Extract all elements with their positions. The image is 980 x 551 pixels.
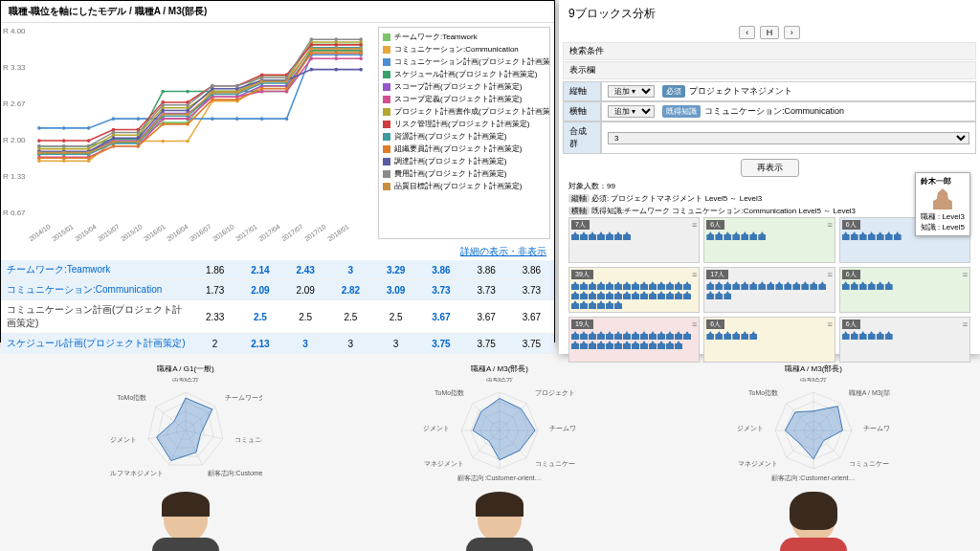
- person-icon[interactable]: [885, 331, 893, 340]
- person-icon[interactable]: [606, 331, 613, 340]
- person-icon[interactable]: [580, 291, 588, 299]
- person-icon[interactable]: [842, 231, 850, 240]
- box-menu-icon[interactable]: ≡: [963, 320, 968, 329]
- person-icon[interactable]: [724, 291, 731, 299]
- legend-item[interactable]: 品質目標計画(プロジェクト計画策定): [383, 181, 546, 191]
- home-button[interactable]: H: [760, 26, 780, 39]
- person-icon[interactable]: [683, 331, 691, 340]
- person-icon[interactable]: [589, 341, 596, 349]
- person-icon[interactable]: [706, 231, 714, 240]
- person-icon[interactable]: [715, 331, 723, 340]
- person-icon[interactable]: [732, 331, 740, 340]
- person-icon[interactable]: [640, 341, 648, 349]
- person-icon[interactable]: [894, 231, 902, 240]
- person-icon[interactable]: [784, 281, 791, 290]
- person-icon[interactable]: [675, 281, 682, 290]
- legend-item[interactable]: コミュニケーション計画(プロジェクト計画策定): [383, 56, 546, 67]
- person-icon[interactable]: [657, 331, 665, 340]
- person-icon[interactable]: [732, 281, 740, 290]
- person-icon[interactable]: [706, 281, 714, 290]
- person-icon[interactable]: [758, 281, 766, 290]
- person-icon[interactable]: [606, 281, 613, 290]
- person-icon[interactable]: [571, 341, 579, 349]
- legend-item[interactable]: コミュニケーション:Communication: [383, 44, 546, 55]
- search-criteria-bar[interactable]: 検索条件: [563, 42, 976, 60]
- box-menu-icon[interactable]: ≡: [827, 270, 832, 279]
- person-icon[interactable]: [614, 341, 622, 349]
- person-icon[interactable]: [649, 291, 657, 299]
- person-icon[interactable]: [801, 281, 809, 290]
- v-axis-add-select[interactable]: 追加 ▾: [608, 85, 655, 98]
- nine-box-cell[interactable]: 19人≡: [568, 317, 700, 363]
- person-icon[interactable]: [741, 281, 748, 290]
- person-icon[interactable]: [606, 291, 613, 299]
- person-icon[interactable]: [640, 291, 648, 299]
- legend-item[interactable]: リスク管理計画(プロジェクト計画策定): [383, 119, 546, 129]
- prev-button[interactable]: ‹: [739, 26, 755, 39]
- person-icon[interactable]: [614, 291, 622, 299]
- person-icon[interactable]: [571, 291, 579, 299]
- person-icon[interactable]: [623, 291, 631, 299]
- person-icon[interactable]: [623, 281, 631, 290]
- person-icon[interactable]: [623, 231, 631, 240]
- person-icon[interactable]: [885, 281, 893, 290]
- person-icon[interactable]: [623, 341, 631, 349]
- person-icon[interactable]: [859, 231, 867, 240]
- person-icon[interactable]: [715, 291, 723, 299]
- person-icon[interactable]: [640, 331, 648, 340]
- person-icon[interactable]: [868, 231, 876, 240]
- person-icon[interactable]: [632, 281, 639, 290]
- person-icon[interactable]: [606, 231, 613, 240]
- legend-item[interactable]: 組織要員計画(プロジェクト計画策定): [383, 143, 546, 154]
- person-icon[interactable]: [614, 281, 622, 290]
- person-icon[interactable]: [580, 341, 588, 349]
- chart-plot[interactable]: R 4.00R 3.33R 2.67R 2.00R 1.33R 0.67 201…: [1, 23, 374, 243]
- person-icon[interactable]: [597, 291, 605, 299]
- box-menu-icon[interactable]: ≡: [692, 320, 697, 329]
- person-icon[interactable]: [767, 281, 774, 290]
- legend-item[interactable]: スケジュール計画(プロジェクト計画策定): [383, 69, 546, 79]
- person-icon[interactable]: [741, 331, 748, 340]
- box-menu-icon[interactable]: ≡: [692, 270, 697, 279]
- person-icon[interactable]: [683, 291, 691, 299]
- person-icon[interactable]: [877, 281, 884, 290]
- person-icon[interactable]: [877, 231, 884, 240]
- legend-item[interactable]: 資源計画(プロジェクト計画策定): [383, 131, 546, 142]
- nine-box-cell[interactable]: 6人≡: [839, 267, 970, 313]
- person-icon[interactable]: [571, 281, 579, 290]
- person-icon[interactable]: [589, 231, 596, 240]
- person-icon[interactable]: [666, 281, 674, 290]
- legend-item[interactable]: 調達計画(プロジェクト計画策定): [383, 156, 546, 166]
- person-icon[interactable]: [706, 291, 714, 299]
- person-icon[interactable]: [749, 281, 757, 290]
- person-icon[interactable]: [597, 300, 605, 309]
- nine-box-cell[interactable]: 6人≡: [839, 317, 970, 363]
- nine-box-cell[interactable]: 39人≡: [568, 267, 700, 313]
- person-icon[interactable]: [589, 281, 596, 290]
- person-icon[interactable]: [675, 341, 682, 349]
- redisplay-button[interactable]: 再表示: [741, 159, 799, 177]
- person-icon[interactable]: [589, 300, 596, 309]
- person-icon[interactable]: [614, 300, 622, 309]
- person-icon[interactable]: [649, 331, 657, 340]
- person-icon[interactable]: [597, 331, 605, 340]
- nine-box-cell[interactable]: 17人≡: [703, 267, 835, 313]
- person-icon[interactable]: [580, 331, 588, 340]
- box-menu-icon[interactable]: ≡: [827, 320, 832, 329]
- person-icon[interactable]: [851, 331, 858, 340]
- person-icon[interactable]: [632, 291, 639, 299]
- person-icon[interactable]: [792, 281, 800, 290]
- person-icon[interactable]: [810, 281, 817, 290]
- box-menu-icon[interactable]: ≡: [963, 270, 968, 279]
- legend-item[interactable]: プロジェクト計画書作成(プロジェクト計画策定): [383, 106, 546, 117]
- person-icon[interactable]: [732, 231, 740, 240]
- person-icon[interactable]: [851, 281, 858, 290]
- person-icon[interactable]: [580, 281, 588, 290]
- person-icon[interactable]: [775, 281, 783, 290]
- person-icon[interactable]: [571, 231, 579, 240]
- person-icon[interactable]: [706, 331, 714, 340]
- person-icon[interactable]: [842, 331, 850, 340]
- person-icon[interactable]: [657, 281, 665, 290]
- nine-box-cell[interactable]: 7人≡: [568, 217, 700, 263]
- legend-item[interactable]: スコープ計画(プロジェクト計画策定): [383, 81, 546, 92]
